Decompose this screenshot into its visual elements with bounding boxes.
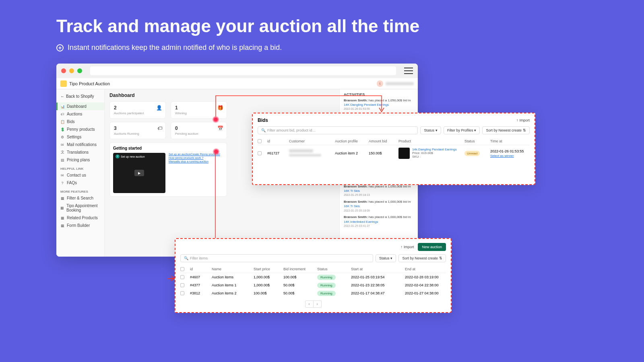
upload-icon: ↑ [516,118,518,122]
hero-title: Track and manage your auction all the ti… [56,16,419,36]
auction-row[interactable]: #3812 Auction items 2 100.00$ 50.00$ Run… [180,289,446,297]
import-button[interactable]: ↑Import [516,118,530,122]
stat-card-running[interactable]: 3 Auctions Running 🏷 [109,122,166,139]
app-icon: ▦ [60,196,64,200]
annotation-pulse [213,148,220,155]
sort-dropdown[interactable]: Sort by Newest create⇅ [398,254,446,262]
next-page[interactable]: › [314,300,322,308]
auction-row[interactable]: #4607 Auction items 1,000.00$ 100.00$ Ru… [180,273,446,281]
sidebar-item-related[interactable]: ▦Related Products [56,214,104,222]
bid-amount: 150.00$ [369,151,397,155]
select-winner-link[interactable]: Select as winner [490,154,539,158]
bid-time: 2022-01-26 01:53:55 Select as winner [490,149,539,158]
checkbox[interactable] [180,291,184,295]
status-filter[interactable]: Status▾ [376,254,396,262]
dashboard-icon: 📊 [60,105,64,109]
new-auction-button[interactable]: New auction [418,243,446,251]
checkbox[interactable] [258,139,262,143]
activity-item: Branson Smith: has placed a 1,050,00$ bi… [344,98,414,111]
checkbox[interactable] [180,283,184,287]
activity-item: Branson Smith: has placed a 1,050,00$ bi… [344,184,414,197]
checkbox[interactable] [258,151,262,155]
bid-row[interactable]: #61727 Auction item 2 150.00$ 14k Dangli… [258,145,530,161]
sidebar-item-settings[interactable]: ⚙Settings [56,133,104,141]
gear-icon: ⚙ [60,135,64,139]
dollar-icon: 💲 [60,128,64,132]
sidebar-item-translations[interactable]: 文Translations [56,148,104,156]
video-thumbnail[interactable]: TSet up new auction ▶ [113,153,165,193]
sidebar-item-pricing[interactable]: ▤Pricing plans [56,156,104,164]
window-minimize-icon[interactable] [69,68,74,73]
sidebar-item-faqs[interactable]: ?FAQs [56,179,104,187]
sidebar-item-contact[interactable]: ✉Contact us [56,171,104,179]
hero-section: Track and manage your auction all the ti… [56,16,419,52]
checkbox[interactable] [180,267,184,271]
help-link[interactable]: Manually stop a running auction [169,160,220,163]
window-close-icon[interactable] [61,68,66,73]
sort-dropdown[interactable]: Sort by Newest create⇅ [482,126,530,134]
bid-profile: Auction item 2 [335,151,367,155]
sidebar: ← Back to Shopify 📊Dashboard 🏷Auctions 📋… [56,89,105,257]
stat-card-pending[interactable]: 0 Pending auction 📅 [171,122,227,139]
user-icon: 👤 [156,105,162,111]
chevron-down-icon: ▾ [436,128,438,132]
bids-table-header: id Customer Auction profile Amount bid P… [258,138,530,145]
sidebar-item-formbuilder[interactable]: ▦Form Builder [56,222,104,229]
tag-icon: 🏷 [60,112,64,116]
getting-started-card: Getting started TSet up new auction ▶ Se… [109,142,227,197]
app-icon: ▦ [60,224,64,228]
sidebar-item-bids[interactable]: 📋Bids [56,118,104,125]
avatar: t [377,80,383,87]
stat-card-participated[interactable]: 2 Auctions participated 👤 [109,101,166,119]
prev-page[interactable]: ‹ [305,300,314,308]
sidebar-item-mail[interactable]: ✉Mail notifications [56,141,104,148]
sidebar-item-penny[interactable]: 💲Penny products [56,125,104,133]
activities-title: ACTIVITIES [344,93,414,97]
help-links: Set up an auctionCreate Penny products! … [169,153,220,193]
status-badge: Running [317,291,336,296]
import-button[interactable]: ↑Import [400,245,414,249]
section-more: MORE FEATURES [56,187,104,194]
chevron-down-icon: ▾ [390,256,392,260]
pricing-icon: ▤ [60,158,64,162]
status-badge: Running [317,283,336,288]
search-icon: 🔍 [184,256,188,260]
section-helpful: HELPFUL LINK [56,164,104,171]
checkbox[interactable] [180,275,184,279]
annotation-pulse [212,116,219,123]
stat-card-winning[interactable]: 1 Winning 🎁 [171,101,227,119]
bid-customer [289,149,333,157]
bids-search-input[interactable]: 🔍Filter amount bid, product id… [258,126,418,134]
pagination: ‹ › [180,300,446,308]
browser-titlebar [56,64,418,78]
address-bar[interactable] [90,66,396,75]
search-icon: 🔍 [261,128,266,132]
arrow-left-icon: ← [60,94,64,99]
bids-panel: Bids ↑Import 🔍Filter amount bid, product… [252,113,535,185]
auctions-panel: ↑Import New auction 🔍Filter items Status… [175,238,452,313]
help-link[interactable]: Set up an auctionCreate Penny products! [169,153,220,156]
sidebar-item-auctions[interactable]: 🏷Auctions [56,110,104,118]
getting-started-title: Getting started [113,146,223,150]
sidebar-item-filter[interactable]: ▦Filter & Search [56,194,104,202]
profiles-filter[interactable]: Filter by Profiles▾ [444,126,480,134]
product-image [398,148,410,159]
status-badge: Unread [464,151,480,156]
question-icon: ? [60,181,64,185]
status-filter[interactable]: Status▾ [420,126,441,134]
list-icon: 📋 [60,120,64,124]
hamburger-icon[interactable] [404,68,413,74]
video-brand-icon: T [116,154,120,158]
user-menu[interactable]: t [377,80,414,87]
auctions-search-input[interactable]: 🔍Filter items [180,254,373,262]
back-to-shopify[interactable]: ← Back to Shopify [56,93,104,100]
sort-icon: ⇅ [439,256,442,260]
sidebar-item-dashboard[interactable]: 📊Dashboard [56,103,104,110]
auction-row[interactable]: #4377 Auction items 1 1,000.00$ 50.00$ R… [180,281,446,289]
window-maximize-icon[interactable] [77,68,82,73]
sidebar-item-appointment[interactable]: ▦Tipo Appointment Booking [56,202,104,214]
tag-icon: 🏷 [157,125,162,131]
plus-circle-icon: + [56,44,64,51]
calendar-icon: 📅 [217,125,223,131]
help-link[interactable]: How penny products work ? [169,156,220,159]
